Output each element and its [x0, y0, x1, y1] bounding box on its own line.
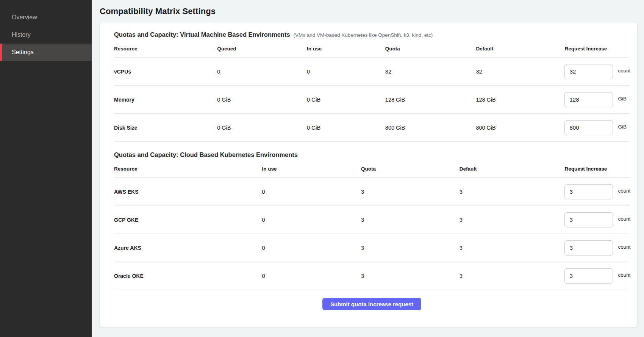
- resource-name: Disk Size: [114, 125, 217, 131]
- vm-section-note: (VMs and VM-based Kubernetes like OpenSh…: [294, 32, 433, 38]
- default-value: 3: [460, 217, 565, 223]
- in-use-value: 0: [262, 245, 361, 251]
- table-row-vcpus: vCPUs 0 0 32 32 count: [114, 58, 630, 86]
- unit-label: count: [618, 188, 630, 194]
- queued-value: 0 GiB: [217, 97, 307, 103]
- vm-quotas-section: Quotas and Capacity: Virtual Machine Bas…: [114, 31, 630, 142]
- table-row-aws-eks: AWS EKS 0 3 3 count: [114, 178, 630, 206]
- queued-value: 0: [217, 69, 307, 75]
- resource-name: Azure AKS: [114, 245, 262, 251]
- sidebar-item-overview[interactable]: Overview: [0, 9, 92, 26]
- quota-value: 800 GiB: [385, 125, 476, 131]
- aws-eks-request-input[interactable]: [564, 184, 613, 199]
- in-use-value: 0: [262, 273, 361, 279]
- vm-table-header: Resource Queued In use Quota Default Req…: [114, 40, 630, 58]
- gcp-gke-request-input[interactable]: [564, 212, 613, 227]
- table-row-gcp-gke: GCP GKE 0 3 3 count: [114, 206, 630, 234]
- resource-name: Oracle OKE: [114, 273, 262, 279]
- column-header-default: Default: [476, 46, 564, 52]
- vm-quota-table: Resource Queued In use Quota Default Req…: [114, 40, 630, 142]
- memory-request-input[interactable]: [564, 92, 613, 107]
- column-header-resource: Resource: [114, 166, 262, 172]
- column-header-queued: Queued: [217, 46, 307, 52]
- column-header-resource: Resource: [114, 46, 217, 52]
- resource-name: Memory: [114, 97, 217, 103]
- quota-value: 3: [361, 273, 460, 279]
- azure-aks-request-input[interactable]: [564, 240, 613, 255]
- default-value: 32: [476, 69, 564, 75]
- unit-label: count: [618, 244, 630, 250]
- unit-label: GiB: [618, 124, 627, 130]
- unit-label: count: [618, 216, 630, 222]
- vm-section-title: Quotas and Capacity: Virtual Machine Bas…: [114, 31, 290, 38]
- sidebar: Overview History Settings: [0, 0, 92, 337]
- quota-value: 3: [361, 245, 460, 251]
- vcpus-request-input[interactable]: [564, 64, 613, 79]
- default-value: 3: [460, 189, 565, 195]
- disk-size-request-input[interactable]: [564, 120, 613, 135]
- cloud-table-header: Resource In use Quota Default Request In…: [114, 160, 630, 178]
- default-value: 3: [460, 245, 565, 251]
- quota-value: 32: [385, 69, 476, 75]
- unit-label: GiB: [618, 96, 627, 102]
- unit-label: count: [618, 68, 630, 74]
- queued-value: 0 GiB: [217, 125, 307, 131]
- unit-label: count: [618, 272, 630, 278]
- column-header-request-increase: Request Increase: [564, 166, 630, 172]
- sidebar-item-history[interactable]: History: [0, 26, 92, 44]
- column-header-default: Default: [460, 166, 565, 172]
- default-value: 3: [460, 273, 565, 279]
- quota-value: 128 GiB: [385, 97, 476, 103]
- default-value: 128 GiB: [476, 97, 564, 103]
- oracle-oke-request-input[interactable]: [564, 268, 613, 284]
- in-use-value: 0: [307, 69, 385, 75]
- main-content: Compatibility Matrix Settings Quotas and…: [92, 0, 644, 337]
- default-value: 800 GiB: [476, 125, 564, 131]
- column-header-in-use: In use: [307, 46, 385, 52]
- quota-value: 3: [361, 217, 460, 223]
- resource-name: vCPUs: [114, 69, 217, 75]
- column-header-in-use: In use: [262, 166, 361, 172]
- table-row-azure-aks: Azure AKS 0 3 3 count: [114, 234, 630, 262]
- column-header-request-increase: Request Increase: [564, 46, 630, 52]
- in-use-value: 0 GiB: [307, 97, 385, 103]
- page-title: Compatibility Matrix Settings: [100, 6, 638, 16]
- sidebar-item-settings[interactable]: Settings: [0, 44, 92, 61]
- in-use-value: 0: [262, 189, 361, 195]
- settings-card: Quotas and Capacity: Virtual Machine Bas…: [100, 22, 638, 328]
- resource-name: AWS EKS: [114, 189, 262, 195]
- app-window: Overview History Settings Compatibility …: [0, 0, 644, 337]
- column-header-quota: Quota: [385, 46, 476, 52]
- table-row-oracle-oke: Oracle OKE 0 3 3 count: [114, 262, 630, 290]
- cloud-quota-table: Resource In use Quota Default Request In…: [114, 160, 630, 290]
- table-row-memory: Memory 0 GiB 0 GiB 128 GiB 128 GiB GiB: [114, 86, 630, 114]
- resource-name: GCP GKE: [114, 217, 262, 223]
- cloud-section-title: Quotas and Capacity: Cloud Based Kuberne…: [114, 151, 298, 158]
- in-use-value: 0 GiB: [307, 125, 385, 131]
- in-use-value: 0: [262, 217, 361, 223]
- submit-quota-increase-button[interactable]: Submit quota increase request: [322, 298, 421, 310]
- quota-value: 3: [361, 189, 460, 195]
- column-header-quota: Quota: [361, 166, 460, 172]
- table-row-disk-size: Disk Size 0 GiB 0 GiB 800 GiB 800 GiB Gi…: [114, 114, 630, 142]
- cloud-quotas-section: Quotas and Capacity: Cloud Based Kuberne…: [114, 151, 630, 290]
